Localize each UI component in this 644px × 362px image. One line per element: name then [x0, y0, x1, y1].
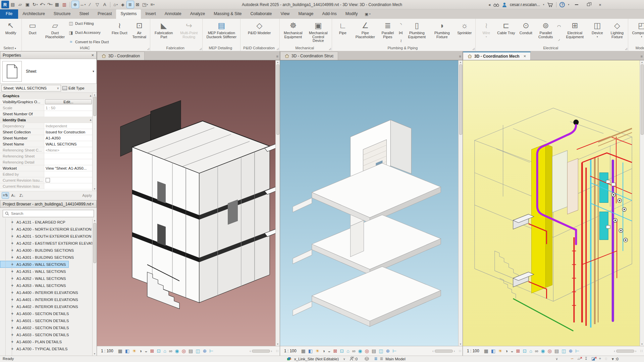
expand-icon[interactable]: + — [10, 297, 14, 302]
show-analytical-icon[interactable]: ◫ — [561, 349, 566, 353]
sun-path-icon[interactable]: ☀ — [315, 349, 320, 353]
sheet-item[interactable]: + A1-A350 - WALL SECTIONS — [0, 261, 69, 268]
shadows-icon[interactable]: ◑ — [139, 349, 142, 353]
tab-architecture[interactable]: Architecture — [18, 9, 49, 19]
close-view-icon[interactable]: × — [524, 54, 526, 59]
new-document-icon[interactable]: ▤ — [9, 1, 16, 8]
ribbon-display-toggle[interactable]: ▣▾ — [362, 9, 373, 19]
apply-button[interactable]: Apply — [82, 193, 95, 197]
dialog-launcher-icon[interactable]: ◿ — [625, 46, 627, 51]
temporary-view-properties-icon[interactable]: ▤ — [372, 349, 376, 353]
tab-precast[interactable]: Precast — [93, 9, 116, 19]
displacement-sets-icon[interactable]: ⊕ — [203, 349, 207, 353]
status-expand-icon[interactable]: ∨ — [555, 357, 558, 361]
drag-on-selection-icon[interactable]: + — [599, 356, 601, 361]
pid-modeler-button[interactable]: ◇P&ID Modeler — [241, 20, 277, 45]
flex-duct-button[interactable]: ≀Flex Duct — [110, 20, 129, 45]
crop-view-icon[interactable]: ⊠ — [516, 349, 520, 353]
worksharing-display-icon[interactable]: ◎ — [548, 349, 552, 353]
conduit-button[interactable]: ⊙Conduit — [516, 20, 536, 45]
resize-grip-icon[interactable]: ∷ — [459, 349, 461, 353]
vertical-scrollbar[interactable]: ▲▼ — [275, 60, 280, 346]
shadows-icon[interactable]: ◑ — [505, 349, 508, 353]
sort-descending-icon[interactable]: Z↓ — [18, 192, 25, 198]
sort-ascending-icon[interactable]: A↓ — [10, 192, 17, 198]
app-store-cart-icon[interactable] — [547, 2, 553, 7]
search-binoculars-icon[interactable] — [493, 3, 499, 7]
flex-pipe-button[interactable]: ≀ — [398, 38, 404, 43]
background-processes-icon[interactable]: ◌ — [605, 356, 607, 361]
close-icon[interactable]: × — [91, 201, 94, 206]
sheet-item[interactable]: + A1-A501 - SECTION DETAILS — [0, 317, 72, 324]
property-row[interactable]: Visibility/Graphics O... Edit... — [0, 99, 97, 105]
displacement-sets-icon[interactable]: ⊕ — [386, 349, 390, 353]
reveal-constraints-icon[interactable]: ⊢ — [392, 349, 396, 353]
dialog-launcher-icon[interactable]: ◿ — [147, 46, 149, 51]
chevron-down-icon[interactable]: ▾ — [93, 69, 94, 73]
viewport-coordination[interactable]: ▲▼ — [97, 60, 280, 346]
duct-button[interactable]: ▭Duct — [23, 20, 42, 45]
horizontal-scrollbar[interactable]: ‹› — [614, 349, 636, 353]
transfer-standards-icon[interactable]: ▥ — [61, 1, 68, 8]
mechanical-control-device-button[interactable]: ▣Mechanical Control Device — [306, 20, 331, 45]
select-pinned-icon[interactable]: ↧ — [584, 356, 588, 361]
project-browser-header[interactable]: Project Browser - arch_buildinga1_144104… — [0, 200, 97, 208]
visual-style-icon[interactable]: ◧ — [125, 349, 129, 353]
property-row[interactable]: Sheet Number A1-A350 — [0, 135, 97, 141]
sort-default-icon[interactable]: ≡⇅ — [2, 192, 9, 198]
select-by-face-icon[interactable]: ◪× — [591, 356, 595, 361]
render-dialog-icon[interactable]: ◒ — [511, 349, 513, 353]
select-links-icon[interactable]: ∽ — [571, 356, 574, 361]
modify-button[interactable]: ↖ Modify — [1, 20, 20, 45]
tab-massing-site[interactable]: Massing & Site — [209, 9, 246, 19]
tab-steel[interactable]: Steel — [75, 9, 94, 19]
detail-line-icon[interactable]: ∕ — [87, 1, 94, 8]
open-file-icon[interactable]: ▱ — [17, 1, 24, 8]
browser-scrollbar[interactable]: ▲▼ — [92, 219, 97, 356]
conduit-fitting-button[interactable]: ◠ — [556, 24, 561, 29]
sheet-item[interactable]: + A1-A500 - SECTION DETAILS — [0, 310, 72, 317]
tag-icon[interactable]: ▽ — [94, 1, 101, 8]
property-row[interactable]: Identity Data — [0, 117, 97, 123]
property-row[interactable]: Scale 1 : 50 — [0, 105, 97, 111]
active-design-option-dropdown[interactable]: Main Model — [385, 357, 405, 361]
redo-icon[interactable]: ↷▾ — [46, 1, 53, 8]
show-analytical-icon[interactable]: ◫ — [379, 349, 383, 353]
tab-list-menu-icon[interactable]: ≡ — [641, 54, 643, 58]
scale-button[interactable]: 1 : 100 — [467, 349, 479, 353]
tab-manage[interactable]: Manage — [294, 9, 318, 19]
parallel-conduits-button[interactable]: ⊚Parallel Conduits — [536, 20, 555, 45]
undo-icon[interactable]: ↶▾ — [39, 1, 46, 8]
expand-icon[interactable]: + — [10, 318, 14, 323]
sheet-item[interactable]: + A1-A131 - ENLARGED RCP — [0, 219, 68, 226]
dialog-launcher-icon[interactable]: ◿ — [473, 46, 475, 51]
duct-placeholder-button[interactable]: ▱Duct Placeholder — [43, 20, 67, 45]
editing-requests-button[interactable]: :0 — [350, 357, 358, 361]
property-row[interactable]: Referencing Sheet C... <None> — [0, 147, 97, 153]
worksharing-display-icon[interactable]: ◎ — [182, 349, 186, 353]
sun-path-icon[interactable]: ☀ — [132, 349, 137, 353]
dialog-launcher-icon[interactable]: ◿ — [200, 46, 202, 51]
design-options-icon[interactable] — [365, 357, 369, 361]
electrical-equipment-button[interactable]: ⊞Electrical Equipment — [562, 20, 587, 45]
tab-annotate[interactable]: Annotate — [160, 9, 186, 19]
search-input[interactable] — [11, 212, 92, 216]
save-icon[interactable]: ▣ — [24, 1, 31, 8]
temporary-view-properties-icon[interactable]: ▤ — [189, 349, 193, 353]
expand-icon[interactable]: + — [10, 255, 14, 260]
tab-systems[interactable]: Systems — [116, 9, 141, 19]
plumbing-fixture-button[interactable]: ◗Plumbing Fixture — [430, 20, 454, 45]
viewport-coordination-struc[interactable]: ▲▼ — [280, 60, 463, 346]
user-menu-caret-icon[interactable]: ▾ — [543, 3, 544, 6]
expand-icon[interactable]: + — [10, 347, 14, 351]
revit-logo[interactable]: R — [1, 1, 9, 8]
crop-view-icon[interactable]: ⊠ — [150, 349, 154, 353]
customize-qat-icon[interactable]: ≡▾ — [149, 1, 156, 8]
expand-icon[interactable]: + — [10, 325, 14, 330]
reveal-constraints-icon[interactable]: ⊢ — [209, 349, 213, 353]
detail-level-icon[interactable]: ▦ — [118, 349, 122, 353]
browser-search[interactable] — [3, 210, 94, 217]
reveal-constraints-icon[interactable]: ⊢ — [575, 349, 579, 353]
close-button[interactable]: × — [596, 1, 604, 8]
property-row[interactable]: Current Revision Issu — [0, 183, 97, 189]
